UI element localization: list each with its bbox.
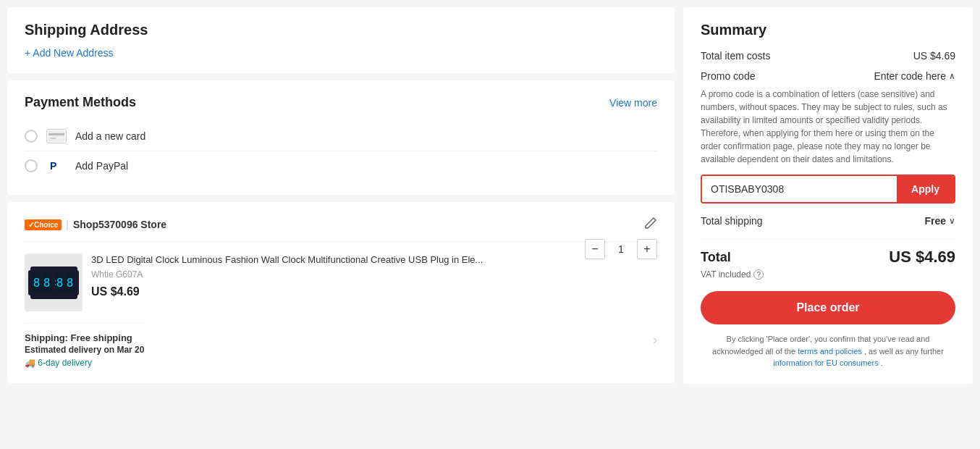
shipping-free-label: Shipping: Free shipping (25, 332, 144, 343)
svg-text:8: 8 (43, 276, 51, 290)
svg-rect-0 (48, 131, 64, 141)
quantity-value: 1 (614, 243, 628, 255)
promo-enter-code[interactable]: Enter code here ∧ (874, 70, 955, 82)
payment-methods-title: Payment Methods (25, 95, 136, 110)
total-shipping-row: Total shipping Free ∨ (701, 215, 955, 227)
quantity-decrease-button[interactable]: − (585, 239, 605, 259)
shipping-info: Shipping: Free shipping Estimated delive… (25, 323, 144, 369)
promo-input-row: Apply (701, 175, 955, 203)
shipping-footer: Shipping: Free shipping Estimated delive… (25, 311, 657, 369)
total-shipping-value-row: Free ∨ (924, 215, 955, 227)
left-panel: Shipping Address + Add New Address Payme… (7, 7, 675, 383)
vat-row: VAT included ? (701, 269, 955, 280)
svg-text:P: P (50, 160, 56, 172)
terms-text: By clicking 'Place order', you confirm t… (701, 333, 955, 369)
svg-text:8: 8 (66, 276, 74, 290)
place-order-button[interactable]: Place order (701, 291, 955, 324)
paypal-icon: P (46, 159, 67, 173)
svg-text:8: 8 (33, 276, 41, 290)
product-variant: Whtie G607A (91, 269, 576, 280)
terms-policies-link[interactable]: terms and policies (798, 347, 862, 356)
eu-consumers-link[interactable]: information for EU consumers (773, 358, 879, 367)
store-product-card: ✓Choice | Shop5370096 Store 8 (7, 202, 675, 383)
vat-info-icon[interactable]: ? (753, 269, 764, 280)
promo-code-row: Promo code Enter code here ∧ (701, 70, 955, 82)
card-icon (46, 129, 67, 143)
chevron-down-icon: ∨ (949, 216, 955, 226)
vat-text: VAT included (701, 269, 751, 280)
store-name: Shop5370096 Store (73, 219, 166, 230)
summary-card: Summary Total item costs US $4.69 Promo … (683, 7, 973, 384)
summary-divider (701, 238, 955, 239)
product-info: 3D LED Digital Clock Luminous Fashion Wa… (91, 253, 576, 298)
product-image: 8 8 : 8 8 (25, 253, 83, 311)
store-header: ✓Choice | Shop5370096 Store (25, 217, 657, 242)
svg-rect-1 (48, 133, 64, 135)
total-item-costs-value: US $4.69 (913, 50, 955, 62)
total-row: Total US $4.69 (701, 248, 955, 267)
total-item-costs-label: Total item costs (701, 50, 770, 62)
svg-text:8: 8 (56, 276, 64, 290)
shipping-address-title: Shipping Address (25, 22, 657, 38)
choice-badge: ✓Choice (25, 219, 62, 230)
product-row: 8 8 : 8 8 3D LED Digital Clock Luminous … (25, 253, 657, 311)
payment-paypal-label: Add PayPal (75, 160, 128, 172)
svg-rect-2 (50, 138, 56, 139)
quantity-row: − 1 + (585, 239, 657, 259)
right-panel: Summary Total item costs US $4.69 Promo … (683, 7, 973, 384)
promo-enter-text: Enter code here (874, 70, 946, 82)
promo-code-input[interactable] (702, 176, 897, 202)
terms-text-3: . (881, 358, 883, 367)
payment-header: Payment Methods View more (25, 95, 657, 110)
shipping-address-card: Shipping Address + Add New Address (7, 7, 675, 73)
payment-card-label: Add a new card (75, 130, 145, 142)
payment-methods-card: Payment Methods View more Add a new card… (7, 80, 675, 195)
payment-option-card: Add a new card (25, 122, 657, 151)
radio-card[interactable] (25, 130, 38, 143)
delivery-badge: 🚚 6-day delivery (25, 358, 92, 368)
chevron-up-icon: ∧ (949, 71, 955, 81)
arrow-right-icon[interactable]: › (653, 332, 657, 348)
shipping-delivery-label: Estimated delivery on Mar 20 (25, 345, 144, 355)
product-name: 3D LED Digital Clock Luminous Fashion Wa… (91, 253, 576, 267)
terms-text-2: , as well as any further (864, 347, 944, 356)
promo-description: A promo code is a combination of letters… (701, 88, 955, 166)
total-label: Total (701, 250, 731, 265)
radio-paypal[interactable] (25, 159, 38, 172)
product-price: US $4.69 (91, 285, 576, 298)
total-item-costs-row: Total item costs US $4.69 (701, 50, 955, 62)
edit-store-icon[interactable] (644, 217, 657, 232)
quantity-increase-button[interactable]: + (637, 239, 657, 259)
apply-promo-button[interactable]: Apply (897, 176, 954, 202)
summary-title: Summary (701, 22, 955, 38)
promo-code-label: Promo code (701, 70, 755, 82)
store-divider: | (66, 219, 69, 230)
total-value: US $4.69 (889, 248, 955, 267)
add-new-address-link[interactable]: + Add New Address (25, 47, 657, 59)
view-more-link[interactable]: View more (609, 97, 657, 109)
clock-display-preview: 8 8 : 8 8 (28, 270, 79, 295)
payment-option-paypal: P Add PayPal (25, 151, 657, 180)
store-name-row: ✓Choice | Shop5370096 Store (25, 219, 166, 230)
total-shipping-value: Free (924, 215, 946, 227)
total-shipping-label: Total shipping (701, 215, 763, 227)
